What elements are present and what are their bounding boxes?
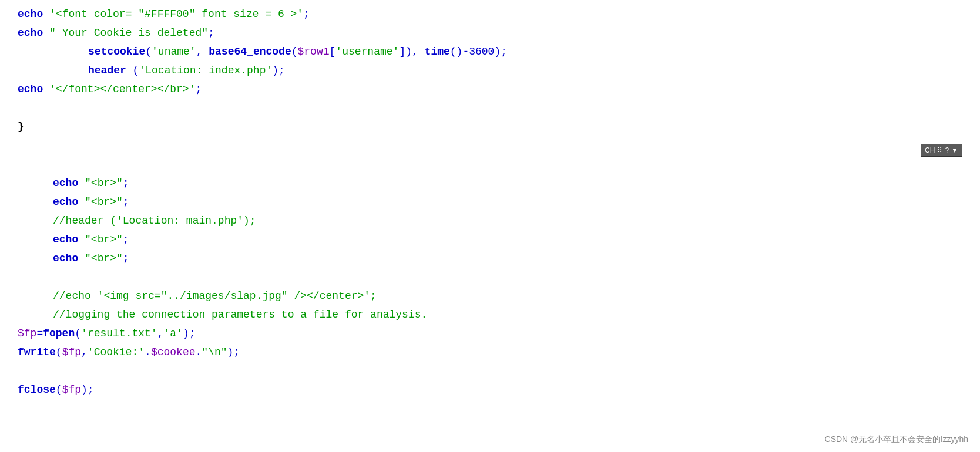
taskbar-widget[interactable]: CH ⠿ ? ▼ (921, 144, 962, 157)
taskbar-help[interactable]: ? (945, 146, 949, 154)
code-line-18: fwrite($fp,'Cookie:'.$cookee."\n"); (18, 344, 980, 363)
code-line-9: echo "<br>"; (18, 175, 980, 194)
taskbar-separator: ⠿ (937, 146, 942, 154)
code-editor: echo '<font color= "#FFFF00" font size =… (0, 0, 980, 452)
code-line-19 (18, 363, 980, 382)
code-line-12: echo "<br>"; (18, 231, 980, 250)
code-line-16: //logging the connection parameters to a… (18, 306, 980, 325)
code-line-2: setcookie('uname', base64_encode($row1['… (18, 43, 980, 62)
code-line-14 (18, 269, 980, 288)
code-line-0: echo '<font color= "#FFFF00" font size =… (18, 6, 980, 25)
watermark: CSDN @无名小卒且不会安全的lzzyyhh (825, 434, 968, 445)
code-line-17: $fp=fopen('result.txt','a'); (18, 325, 980, 344)
code-line-8 (18, 156, 980, 175)
code-line-5 (18, 100, 980, 119)
code-line-1: echo " Your Cookie is deleted"; (18, 25, 980, 43)
code-line-10: echo "<br>"; (18, 194, 980, 212)
code-line-7 (18, 137, 980, 156)
taskbar-label: CH (925, 146, 935, 154)
code-line-13: echo "<br>"; (18, 250, 980, 269)
code-line-11: //header ('Location: main.php'); (18, 212, 980, 231)
code-line-6: } (18, 119, 980, 137)
code-line-3: header ('Location: index.php'); (18, 62, 980, 81)
taskbar-arrow[interactable]: ▼ (951, 146, 958, 154)
code-line-4: echo '</font></center></br>'; (18, 81, 980, 100)
code-line-15: //echo '<img src="../images/slap.jpg" />… (18, 288, 980, 306)
code-line-20: fclose($fp); (18, 382, 980, 400)
